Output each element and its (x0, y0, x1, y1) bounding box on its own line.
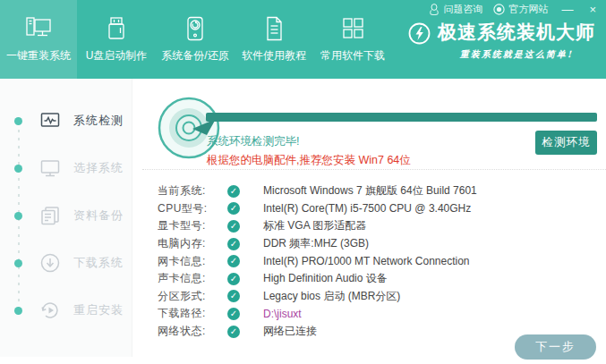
apps-grid-icon (339, 15, 366, 42)
next-step-button[interactable]: 下一步 (515, 334, 596, 360)
brand: 极速系统装机大师 重装系统就是这么简单! (408, 20, 595, 61)
tab-software-download[interactable]: 常用软件下载 (313, 0, 392, 79)
system-info-row-network-card: 网卡信息: ✓ Intel(R) PRO/1000 MT Network Con… (158, 252, 477, 270)
usb-drive-icon (103, 15, 130, 42)
check-icon: ✓ (227, 273, 240, 285)
row-value: Intel(R) PRO/1000 MT Network Connection (263, 255, 470, 267)
system-info-list: 当前系统: ✓ Microsoft Windows 7 旗舰版 64位 Buil… (158, 182, 477, 340)
check-icon: ✓ (227, 255, 240, 267)
row-value: 网络已连接 (263, 324, 317, 339)
row-label: 分区形式: (158, 289, 208, 304)
system-info-row-partition: 分区形式: ✓ Legacy bios 启动 (MBR分区) (158, 288, 477, 306)
row-value: Microsoft Windows 7 旗舰版 64位 Build 7601 (263, 183, 477, 199)
app-header: 问题咨询 官方网站 — × (0, 0, 606, 79)
help-link-label: 问题咨询 (443, 3, 482, 16)
help-link[interactable]: 问题咨询 (429, 3, 482, 16)
check-icon: ✓ (227, 185, 240, 198)
system-info-row-gpu: 显卡型号: ✓ 标准 VGA 图形适配器 (158, 217, 477, 235)
globe-icon (493, 4, 505, 15)
row-value: High Definition Audio 设备 (263, 271, 388, 286)
system-info-row-memory: 电脑内存: ✓ DDR 频率:MHZ (3GB) (158, 235, 477, 253)
step-dot (14, 117, 22, 125)
row-label: 当前系统: (158, 183, 208, 199)
system-info-row-network-status: 网络状态: ✓ 网络已连接 (158, 323, 477, 341)
lightning-bolt-icon (408, 22, 431, 47)
step-dot (14, 259, 22, 267)
system-info-row-sound-card: 声卡信息: ✓ High Definition Audio 设备 (158, 270, 477, 288)
dotted-separator (142, 169, 606, 170)
brand-title: 极速系统装机大师 (438, 20, 595, 45)
tab-label: 软件使用教程 (242, 48, 306, 63)
restart-icon (39, 300, 61, 321)
row-value: DDR 频率:MHZ (3GB) (263, 236, 369, 251)
row-label: 电脑内存: (158, 236, 208, 251)
system-info-row-cpu: CPU型号: ✓ Intel(R) Core(TM) i5-7500 CPU @… (158, 200, 477, 218)
system-info-row-current-os: 当前系统: ✓ Microsoft Windows 7 旗舰版 64位 Buil… (158, 182, 477, 200)
row-label: 声卡信息: (158, 271, 208, 286)
check-icon: ✓ (227, 290, 240, 302)
step-label: 重启安装 (73, 302, 124, 318)
check-icon: ✓ (227, 202, 240, 215)
step-label: 下载系统 (73, 255, 124, 271)
download-circle-icon (39, 252, 61, 274)
step-label: 系统检测 (73, 113, 124, 129)
sidebar-step-restart-install[interactable]: 重启安装 (39, 299, 124, 322)
tab-label: 一键重装系统 (6, 48, 71, 63)
row-label: 下载路径: (158, 306, 208, 321)
row-label: 显卡型号: (158, 218, 208, 233)
close-button[interactable]: × (586, 3, 599, 16)
row-label: CPU型号: (158, 201, 208, 216)
detection-progress-bar (206, 113, 597, 122)
sidebar: 系统检测 选择系统 资料备份 (0, 79, 132, 357)
check-icon: ✓ (227, 238, 240, 250)
sidebar-step-download-system[interactable]: 下载系统 (39, 251, 124, 275)
row-value: Intel(R) Core(TM) i5-7500 CPU @ 3.40GHz (263, 202, 471, 215)
monitor-icon (39, 157, 61, 179)
step-dot (14, 212, 22, 220)
tab-usb-boot[interactable]: U盘启动制作 (77, 0, 156, 79)
titlebar: 问题咨询 官方网站 — × (429, 3, 599, 16)
sidebar-step-data-backup[interactable]: 资料备份 (39, 204, 124, 227)
app-window: 问题咨询 官方网站 — × (0, 0, 606, 364)
step-dot (14, 307, 22, 315)
step-dot (14, 165, 22, 173)
check-icon: ✓ (227, 308, 240, 320)
official-site-link[interactable]: 官方网站 (493, 3, 548, 16)
chat-penguin-icon (429, 4, 440, 15)
row-label: 网络状态: (158, 324, 208, 339)
main-panel: 系统环境检测完毕! 根据您的电脑配件,推荐您安装 Win7 64位 检测环境 当… (133, 79, 606, 364)
official-site-label: 官方网站 (508, 3, 548, 16)
check-icon: ✓ (227, 326, 240, 338)
tutorial-document-icon (260, 15, 287, 42)
recommendation-text: 根据您的电脑配件,推荐您安装 Win7 64位 (207, 153, 411, 168)
step-label: 选择系统 (73, 160, 124, 176)
computer-icon (23, 15, 54, 42)
detect-environment-button[interactable]: 检测环境 (535, 131, 597, 155)
row-value: Legacy bios 启动 (MBR分区) (263, 289, 400, 304)
system-info-row-download-path: 下载路径: ✓ D:\jisuxt (158, 305, 477, 323)
row-value: 标准 VGA 图形适配器 (263, 218, 366, 233)
minimize-button[interactable]: — (559, 3, 576, 16)
sidebar-step-system-check[interactable]: 系统检测 (39, 109, 124, 132)
tab-backup-restore[interactable]: 系统备份/还原 (156, 0, 235, 79)
tab-label: 系统备份/还原 (161, 48, 228, 63)
sidebar-step-choose-system[interactable]: 选择系统 (39, 157, 124, 180)
progress-timeline (17, 127, 21, 315)
status-text: 系统环境检测完毕! (207, 134, 299, 149)
monitor-pulse-icon (39, 110, 61, 131)
main-nav-tabs: 一键重装系统 U盘启动制作 (0, 0, 392, 79)
tab-software-tutorial[interactable]: 软件使用教程 (235, 0, 313, 79)
row-value-download-path: D:\jisuxt (263, 308, 302, 320)
tab-reinstall-system[interactable]: 一键重装系统 (0, 0, 77, 79)
backup-restore-icon (182, 15, 209, 42)
tab-label: 常用软件下载 (320, 48, 385, 63)
check-icon: ✓ (227, 220, 240, 233)
row-label: 网卡信息: (158, 254, 208, 269)
brand-tagline: 重装系统就是这么简单! (460, 48, 573, 61)
documents-icon (39, 205, 61, 226)
step-label: 资料备份 (73, 207, 124, 224)
tab-label: U盘启动制作 (86, 48, 148, 63)
